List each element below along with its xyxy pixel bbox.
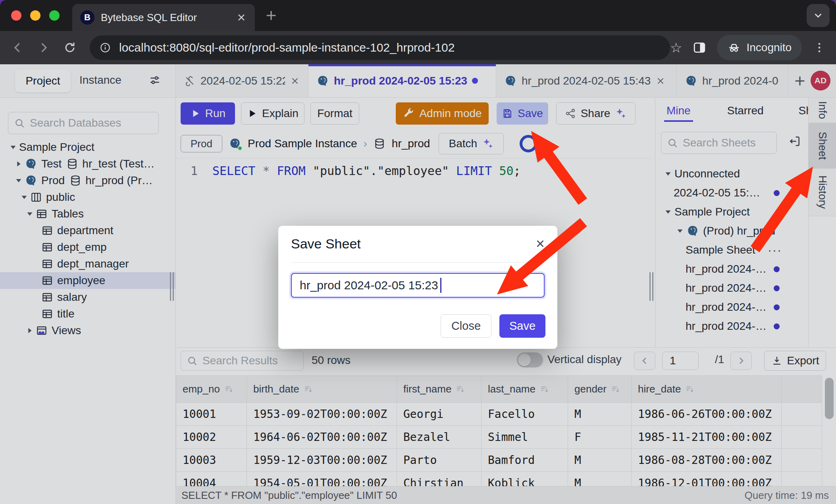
reload-icon[interactable] <box>61 39 79 56</box>
incognito-label: Incognito <box>746 41 792 54</box>
bytebase-favicon-icon: B <box>80 10 94 25</box>
url-text[interactable]: localhost:8080/sql-editor/prod-sample-in… <box>119 41 661 54</box>
dialog-save-button[interactable]: Save <box>499 314 545 338</box>
browser-navbar: localhost:8080/sql-editor/prod-sample-in… <box>0 31 836 64</box>
incognito-icon <box>727 41 741 54</box>
sheet-name-input[interactable] <box>291 273 545 298</box>
close-icon[interactable] <box>534 238 546 250</box>
window-close-button[interactable] <box>11 10 21 21</box>
side-panel-icon[interactable] <box>691 39 708 56</box>
dialog-divider <box>291 262 545 263</box>
browser-tab[interactable]: B Bytebase SQL Editor <box>72 4 255 31</box>
browser-titlebar: B Bytebase SQL Editor <box>0 0 836 31</box>
dialog-close-button[interactable]: Close <box>441 314 491 338</box>
new-tab-icon[interactable] <box>264 9 278 22</box>
window-zoom-button[interactable] <box>49 10 60 21</box>
bookmark-star-icon[interactable]: ☆ <box>670 40 682 56</box>
dialog-title: Save Sheet <box>291 236 361 252</box>
tab-search-button[interactable] <box>807 4 830 27</box>
browser-tab-title: Bytebase SQL Editor <box>101 12 229 24</box>
incognito-badge: Incognito <box>717 35 802 60</box>
site-info-icon[interactable] <box>99 42 111 54</box>
text-caret <box>440 278 441 293</box>
save-sheet-dialog: Save Sheet Close Save <box>278 226 557 349</box>
browser-window: B Bytebase SQL Editor localhost:8080/sql… <box>0 0 836 504</box>
browser-menu-icon[interactable] <box>811 39 828 56</box>
forward-icon[interactable] <box>35 39 52 56</box>
chevron-down-icon <box>812 10 824 21</box>
window-minimize-button[interactable] <box>30 10 40 21</box>
tab-close-icon[interactable] <box>236 12 247 23</box>
url-bar[interactable]: localhost:8080/sql-editor/prod-sample-in… <box>90 35 670 60</box>
back-icon[interactable] <box>9 39 26 56</box>
